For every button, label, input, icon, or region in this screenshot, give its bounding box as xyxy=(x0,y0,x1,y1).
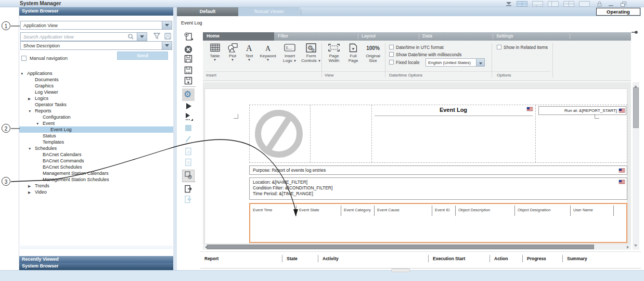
tree-item-graphics[interactable]: Graphics xyxy=(19,83,174,89)
canvas-hscrollbar[interactable] xyxy=(203,244,631,250)
event-table[interactable]: Event TimeEvent StateEvent CategoryEvent… xyxy=(249,203,627,243)
execution-column-header[interactable]: Action xyxy=(490,255,522,262)
checkbox-icon[interactable] xyxy=(389,60,394,65)
manage-outputs-icon[interactable]: ⚙ xyxy=(184,171,194,180)
layout-grid-selected-icon[interactable] xyxy=(517,1,527,7)
tab-textual-viewer[interactable]: Textual Viewer xyxy=(238,7,300,16)
tree-hscrollbar[interactable] xyxy=(20,246,173,249)
insert-plot-button[interactable]: Plot ▼ xyxy=(224,42,241,71)
tree-item-bacnet-commands[interactable]: BACnet Commands xyxy=(19,158,174,164)
execution-column-header[interactable]: Activity xyxy=(318,255,428,262)
insert-logo-button[interactable]: L... Insert Logo ▼ xyxy=(279,42,301,71)
system-browser-bar[interactable]: System Browser xyxy=(19,263,174,270)
chevron-down-icon[interactable] xyxy=(162,42,172,49)
language-flag-icon[interactable] xyxy=(619,109,625,112)
purpose-field[interactable]: Purpose: Report of events log entries xyxy=(249,165,627,175)
send-button[interactable]: Send xyxy=(117,52,168,60)
tree-item-management-station-schedules[interactable]: Management Station Schedules xyxy=(19,176,174,183)
scroll-up-icon[interactable] xyxy=(634,84,637,87)
import-report-icon[interactable] xyxy=(184,195,194,205)
tree-item-management-station-calendars[interactable]: Management Station Calendars xyxy=(19,170,174,176)
manual-navigation-checkbox[interactable] xyxy=(21,56,27,61)
canvas-vscrollbar[interactable] xyxy=(633,82,639,250)
save-as-icon[interactable] xyxy=(184,66,194,75)
chevron-down-icon[interactable] xyxy=(476,59,484,66)
hscroll-thumb[interactable] xyxy=(207,245,594,249)
report-header-band[interactable]: Event Log Run at: &[REPORT_START] xyxy=(249,105,627,163)
save-filter-icon[interactable] xyxy=(164,33,171,40)
related-items-checkbox-row[interactable]: Show in Related Items xyxy=(497,45,548,50)
tree-item-bacnet-schedules[interactable]: BACnet Schedules xyxy=(19,164,174,170)
tree-item-log-viewer[interactable]: Log Viewer xyxy=(19,89,174,95)
filter-icon[interactable] xyxy=(153,33,160,40)
ribbon-tab-settings[interactable]: Settings xyxy=(493,32,570,41)
search-input[interactable]: Search Application View xyxy=(20,32,147,41)
insert-table-button[interactable]: Table ▼ xyxy=(206,42,224,71)
tree-item-event[interactable]: ▼Event xyxy=(19,120,174,126)
save-icon[interactable] xyxy=(184,55,194,64)
original-size-button[interactable]: 100% Original Size xyxy=(363,42,383,71)
vscroll-thumb[interactable] xyxy=(633,87,639,128)
page-width-button[interactable]: Page Width xyxy=(325,42,343,71)
fixed-locale-checkbox-row[interactable]: Fixed locale xyxy=(389,60,419,65)
expander-closed-icon[interactable]: ▶ xyxy=(28,189,35,196)
run-report-icon[interactable] xyxy=(184,102,194,111)
expander-open-icon[interactable]: ▼ xyxy=(20,71,27,77)
language-flag-icon[interactable] xyxy=(527,107,533,111)
event-column-header[interactable]: Event Cause xyxy=(375,206,432,216)
language-flag-icon[interactable] xyxy=(619,169,625,172)
execution-column-header[interactable]: Progress xyxy=(522,255,562,262)
checkbox-icon[interactable] xyxy=(497,45,501,49)
filter-field[interactable]: Location: &[NAME_FILTER] Condition Filte… xyxy=(249,177,627,200)
execution-column-header[interactable]: Report xyxy=(200,252,282,268)
description-select[interactable]: Show Description xyxy=(20,41,172,50)
tree-item-configuration[interactable]: Configuration xyxy=(19,114,174,120)
event-column-header[interactable]: Object Designation xyxy=(515,206,571,216)
event-column-header[interactable]: Event Time xyxy=(250,206,297,216)
layout-single-icon[interactable] xyxy=(579,1,590,7)
tree-item-schedules[interactable]: ▼Schedules xyxy=(19,145,174,151)
tree-item-templates[interactable]: Templates xyxy=(19,139,174,145)
cancel-icon[interactable] xyxy=(184,45,194,55)
scroll-left-icon[interactable] xyxy=(203,246,207,249)
stop-icon[interactable] xyxy=(184,124,194,133)
layout-split-bottom-icon[interactable] xyxy=(532,1,543,7)
execution-column-header[interactable]: State xyxy=(282,255,318,262)
scroll-right-icon[interactable] xyxy=(627,246,630,249)
tree-item-event-log[interactable]: Event Log xyxy=(19,126,174,133)
configure-gear-icon[interactable]: ⚙ xyxy=(184,90,194,99)
tree-item-status[interactable]: Status xyxy=(19,133,174,139)
export-pdf-icon[interactable]: A xyxy=(184,147,194,157)
chevron-down-icon[interactable] xyxy=(162,21,172,29)
event-column-header[interactable]: Event State xyxy=(297,206,341,216)
operating-mode-button[interactable]: Operating xyxy=(596,8,640,16)
checkbox-icon[interactable] xyxy=(389,45,394,49)
tree-item-video[interactable]: ▶Video xyxy=(19,189,174,195)
lock-icon[interactable] xyxy=(597,1,602,7)
save-all-icon[interactable] xyxy=(184,76,194,86)
language-flag-icon[interactable] xyxy=(619,180,625,184)
search-icon[interactable] xyxy=(128,34,134,40)
layout-grid-icon[interactable] xyxy=(563,1,574,7)
execution-column-header[interactable]: Summary xyxy=(562,255,641,262)
expander-open-icon[interactable]: ▼ xyxy=(28,146,35,152)
expander-open-icon[interactable]: ▼ xyxy=(36,121,43,127)
event-column-header[interactable]: Object Description xyxy=(456,206,515,216)
recently-viewed-bar[interactable]: Recently Viewed xyxy=(19,256,174,263)
splitter-handle[interactable] xyxy=(391,269,410,272)
minimize-icon[interactable] xyxy=(609,2,614,7)
ribbon-tab-filter[interactable]: Filter xyxy=(274,32,358,41)
ribbon-tab-layout[interactable]: Layout xyxy=(358,32,419,41)
sidebar-scroll-strip[interactable] xyxy=(173,7,177,270)
execution-table-header[interactable]: ReportStateActivityExecution StartAction… xyxy=(200,251,641,269)
tree-item-trends[interactable]: ▶Trends xyxy=(19,183,174,189)
pin-icon[interactable] xyxy=(632,30,638,34)
tab-default[interactable]: Default xyxy=(177,7,238,16)
layout-split-left-icon[interactable] xyxy=(548,1,559,7)
locale-select[interactable]: English (United States) xyxy=(426,58,485,67)
report-title[interactable]: Event Log xyxy=(371,107,535,113)
logo-placeholder-icon[interactable] xyxy=(254,108,304,160)
new-report-icon[interactable] xyxy=(184,32,194,42)
execution-column-header[interactable]: Execution Start xyxy=(428,255,490,262)
export-excel-icon[interactable]: X xyxy=(184,158,194,168)
